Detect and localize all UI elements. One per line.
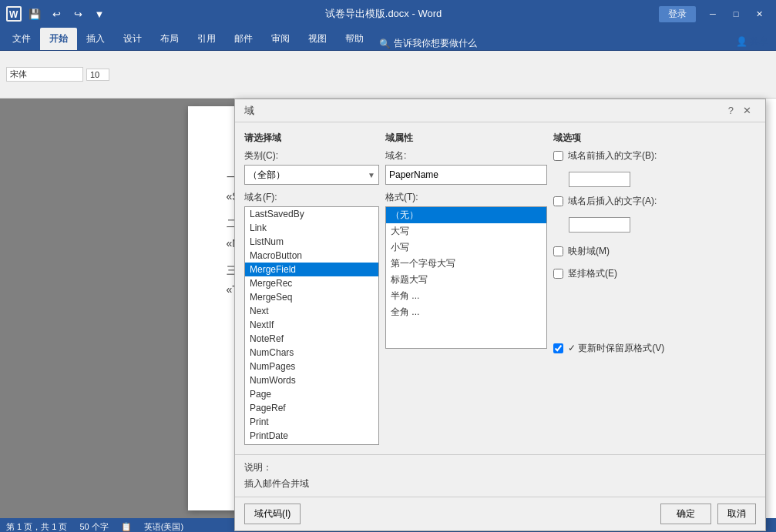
tab-references[interactable]: 引用	[188, 28, 225, 50]
domain-options-panel: 域选项 域名前插入的文字(B): 域名后插入的文字(A): 映射域(M)	[553, 132, 756, 445]
ribbon-tabs: 文件 开始 插入 设计 布局 引用 邮件 审阅 视图 帮助 🔍 告诉我你想要做什…	[0, 28, 776, 50]
redo-button[interactable]: ↪	[69, 5, 86, 22]
option1-input-row	[553, 172, 756, 187]
format-item[interactable]: 标题大写	[386, 272, 546, 288]
word-icon: W	[6, 6, 22, 22]
ribbon-right: 👤 共享	[731, 34, 773, 50]
description-area: 说明： 插入邮件合并域	[235, 454, 765, 497]
ribbon: 文件 开始 插入 设计 布局 引用 邮件 审阅 视图 帮助 🔍 告诉我你想要做什…	[0, 28, 776, 51]
category-select[interactable]: （全部） ▼	[244, 165, 379, 185]
domain-attr-panel: 域属性 域名: PaperName 格式(T): （无） 大写 小写 第一个字母…	[385, 132, 547, 445]
option1-row: 域名前插入的文字(B):	[553, 149, 756, 162]
list-item[interactable]: MergeRec	[245, 276, 378, 290]
search-command[interactable]: 🔍 告诉我你想要做什么	[379, 37, 477, 50]
format-item[interactable]: 半角 ...	[386, 288, 546, 304]
option2-input[interactable]	[569, 217, 630, 233]
list-item[interactable]: NumWords	[245, 373, 378, 387]
domain-select-panel: 请选择域 类别(C): （全部） ▼ 域名(F): LastSavedBy Li…	[244, 132, 379, 445]
tab-help[interactable]: 帮助	[336, 28, 373, 50]
word-count: 50 个字	[79, 521, 108, 533]
list-item[interactable]: LastSavedBy	[245, 207, 378, 221]
field-list[interactable]: LastSavedBy Link ListNum MacroButton Mer…	[245, 207, 378, 444]
field-name-input[interactable]: PaperName	[385, 165, 547, 185]
list-item[interactable]: NextIf	[245, 318, 378, 332]
ok-button[interactable]: 确定	[660, 504, 711, 524]
format-label: 格式(T):	[385, 191, 547, 204]
option2-checkbox[interactable]	[553, 196, 563, 206]
list-item[interactable]: Page	[245, 387, 378, 401]
dialog-help-button[interactable]: ?	[724, 105, 738, 116]
field-name-value: PaperName	[389, 169, 438, 180]
option2-row: 域名后插入的文字(A):	[553, 195, 756, 208]
description-title: 说明：	[244, 461, 756, 474]
category-label: 类别(C):	[244, 149, 379, 162]
maximize-button[interactable]: □	[725, 5, 747, 23]
share-button[interactable]: 👤 共享	[731, 34, 773, 50]
tab-insert[interactable]: 插入	[77, 28, 114, 50]
list-item[interactable]: NoteRef	[245, 332, 378, 346]
format-item[interactable]: 大写	[386, 223, 546, 239]
save-button[interactable]: 💾	[26, 5, 43, 22]
dialog-title: 域	[244, 104, 724, 118]
tab-file[interactable]: 文件	[3, 28, 40, 50]
tab-review[interactable]: 审阅	[262, 28, 299, 50]
field-code-button[interactable]: 域代码(I)	[244, 504, 301, 524]
dialog-body: 请选择域 类别(C): （全部） ▼ 域名(F): LastSavedBy Li…	[235, 122, 765, 454]
font-name-field[interactable]: 宋体	[6, 67, 83, 82]
list-item[interactable]: Link	[245, 221, 378, 235]
tab-view[interactable]: 视图	[299, 28, 336, 50]
category-value: （全部）	[248, 169, 285, 182]
list-item[interactable]: NumChars	[245, 346, 378, 360]
format-list[interactable]: （无） 大写 小写 第一个字母大写 标题大写 半角 ... 全角 ...	[386, 207, 546, 348]
cancel-button[interactable]: 取消	[717, 504, 756, 524]
language[interactable]: 英语(美国)	[144, 521, 183, 533]
close-button[interactable]: ✕	[748, 5, 770, 23]
preserve-checkbox[interactable]	[553, 343, 563, 353]
dialog-title-bar: 域 ? ✕	[235, 99, 765, 122]
list-item-next[interactable]: Next	[245, 304, 378, 318]
quick-access-button[interactable]: ▼	[91, 5, 108, 22]
option1-input[interactable]	[569, 172, 630, 187]
option4-checkbox[interactable]	[553, 269, 563, 279]
list-item[interactable]: Print	[245, 415, 378, 429]
minimize-button[interactable]: ─	[702, 5, 724, 23]
ribbon-bar: 宋体 10	[0, 51, 776, 99]
format-item[interactable]: 第一个字母大写	[386, 256, 546, 272]
list-item[interactable]: NumPages	[245, 360, 378, 373]
dialog-footer: 域代码(I) 确定 取消	[235, 497, 765, 530]
list-item[interactable]: Private	[245, 443, 378, 444]
tab-mailings[interactable]: 邮件	[225, 28, 262, 50]
format-item[interactable]: 全角 ...	[386, 304, 546, 320]
field-name-box-label: 域名:	[385, 149, 547, 162]
domain-dialog[interactable]: 域 ? ✕ 请选择域 类别(C): （全部） ▼ 域名(F): LastSave…	[234, 99, 766, 531]
option4-label: 竖排格式(E)	[568, 267, 617, 280]
option2-label: 域名后插入的文字(A):	[568, 195, 657, 208]
window-title: 试卷导出模版.docx - Word	[108, 7, 659, 21]
list-item[interactable]: MergeSeq	[245, 290, 378, 304]
font-size-field[interactable]: 10	[86, 69, 109, 81]
list-item[interactable]: PageRef	[245, 401, 378, 415]
list-item[interactable]: PrintDate	[245, 429, 378, 443]
option3-label: 映射域(M)	[568, 245, 610, 258]
format-item-none[interactable]: （无）	[386, 207, 546, 223]
option1-checkbox[interactable]	[553, 151, 563, 161]
dialog-close-button[interactable]: ✕	[738, 105, 756, 116]
tab-design[interactable]: 设计	[114, 28, 151, 50]
search-label: 告诉我你想要做什么	[394, 37, 477, 50]
proofing-icon[interactable]: 📋	[121, 522, 132, 532]
option3-row: 映射域(M)	[553, 245, 756, 258]
field-list-wrapper: LastSavedBy Link ListNum MacroButton Mer…	[244, 206, 379, 445]
undo-button[interactable]: ↩	[48, 5, 65, 22]
svg-text:W: W	[9, 9, 18, 20]
login-button[interactable]: 登录	[659, 6, 696, 22]
option4-row: 竖排格式(E)	[553, 267, 756, 280]
field-name-label: 域名(F):	[244, 191, 379, 204]
format-item[interactable]: 小写	[386, 239, 546, 256]
list-item[interactable]: ListNum	[245, 235, 378, 249]
list-item[interactable]: MacroButton	[245, 249, 378, 263]
list-item-mergefield[interactable]: MergeField	[245, 263, 378, 276]
format-list-wrapper: （无） 大写 小写 第一个字母大写 标题大写 半角 ... 全角 ...	[385, 206, 547, 349]
tab-layout[interactable]: 布局	[151, 28, 188, 50]
option3-checkbox[interactable]	[553, 246, 563, 256]
tab-home[interactable]: 开始	[40, 28, 77, 50]
